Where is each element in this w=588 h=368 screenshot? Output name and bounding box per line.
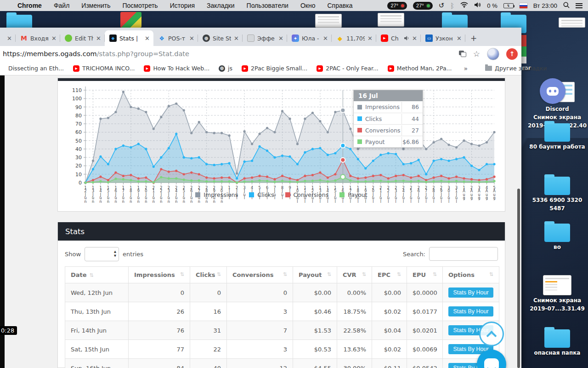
bookmark-item[interactable]: ▶2PAC - Only Fear...	[312, 65, 383, 72]
browser-tab[interactable]: я✕	[0, 30, 16, 46]
desktop-icon-discord[interactable]: DiscordСнимок экрана2019-06...22.22.40	[523, 78, 588, 129]
svg-text:22Jul: 22Jul	[387, 186, 390, 204]
stats-by-hour-button[interactable]: Stats By Hour	[448, 306, 493, 316]
volume-icon[interactable]	[474, 2, 481, 9]
svg-text:19Jul: 19Jul	[364, 186, 367, 204]
table-row: Thu, 13th Jun26163$0.4618.75%$0.02$0.017…	[65, 302, 499, 321]
menu-item[interactable]: Закладки	[207, 2, 235, 9]
menu-item[interactable]: Посмотреть	[122, 2, 158, 9]
browser-tab[interactable]: ▶Ch✕	[376, 30, 421, 46]
column-header-epc[interactable]: EPC⇅	[372, 267, 407, 283]
tab-close-icon[interactable]: ✕	[7, 35, 12, 42]
menu-item[interactable]: История	[170, 2, 195, 9]
column-header-options[interactable]: Options⇅	[443, 267, 499, 283]
browser-tab[interactable]: MВходя✕	[16, 30, 60, 46]
temp-widget-2[interactable]: 27°	[413, 2, 433, 10]
browser-tab[interactable]: ⊕Site St✕	[198, 30, 243, 46]
bookmark-item[interactable]: ▶Method Man, 2Pa...	[383, 65, 457, 72]
search-label: Search:	[403, 251, 425, 258]
menu-item[interactable]: Окно	[300, 2, 316, 9]
cell-value: $0.46	[293, 302, 337, 321]
menu-item[interactable]: Пользователи	[247, 2, 288, 9]
browser-tab[interactable]: Edit Th✕	[60, 30, 105, 46]
desktop-rar-icon[interactable]	[521, 35, 526, 63]
other-bookmarks-button[interactable]: Другие закладки	[481, 65, 551, 72]
browser-tab[interactable]: ◆11,709✕	[332, 30, 376, 46]
menu-item[interactable]: Справка	[328, 2, 353, 9]
tab-close-icon[interactable]: ✕	[278, 35, 283, 42]
cell-value: 16	[190, 302, 227, 321]
tab-title: Site St	[213, 35, 231, 42]
column-header-date[interactable]: Date⇅	[65, 267, 129, 283]
browser-tab[interactable]: ❖POS-т✕	[153, 30, 198, 46]
desktop-icon-folder[interactable]: во	[523, 224, 588, 250]
bookmark-item[interactable]: ⊕js	[214, 65, 237, 72]
browser-tab[interactable]: ✦Юла -✕	[287, 30, 332, 46]
stats-chart[interactable]: 010203040506070809010011012Jun13Jun14Jun…	[58, 81, 505, 211]
spotlight-icon[interactable]	[563, 2, 570, 10]
browser-tab[interactable]: ◆Stats |✕	[105, 30, 153, 46]
svg-text:24Jul: 24Jul	[402, 186, 405, 204]
scroll-to-top-button[interactable]	[479, 322, 504, 346]
desktop-icon-folder[interactable]: 5336 6900 33205487	[523, 177, 588, 212]
tab-close-icon[interactable]: ✕	[368, 35, 373, 42]
tab-close-icon[interactable]: ✕	[51, 35, 57, 42]
translate-icon[interactable]	[459, 51, 466, 57]
browser-tab[interactable]: ▭Узкон✕	[421, 30, 465, 46]
bookmark-item[interactable]: ▶How To Hack Web...	[139, 65, 214, 72]
stats-by-hour-button[interactable]: Stats By Hour	[448, 288, 493, 298]
battery-icon[interactable]: ↯	[503, 3, 514, 8]
menu-item[interactable]: Файл	[54, 2, 69, 9]
column-header-cvr[interactable]: CVR⇅	[337, 267, 372, 283]
profile-avatar[interactable]	[487, 48, 499, 60]
desktop-icon-folder[interactable]: опасная папка	[523, 329, 588, 356]
tab-audio-icon[interactable]	[404, 35, 409, 41]
desktop-window-thumb-2[interactable]	[378, 13, 404, 27]
keyboard-layout-flag[interactable]	[520, 3, 527, 8]
tab-close-icon[interactable]: ✕	[457, 35, 462, 42]
search-input[interactable]	[429, 247, 498, 261]
temp-widget-1[interactable]: 27°	[387, 2, 407, 10]
svg-text:30Jul: 30Jul	[448, 186, 450, 204]
svg-text:16Jun: 16Jun	[114, 186, 117, 204]
toolbar: https://members.ogads.com/stats.php?grou…	[0, 46, 521, 62]
column-header-clicks[interactable]: Clicks⇅	[190, 267, 227, 283]
column-header-epu[interactable]: EPU⇅	[407, 267, 443, 283]
table-header-row: Date⇅Impressions⇅Clicks⇅Conversions⇅Payo…	[65, 267, 499, 283]
tab-close-icon[interactable]: ✕	[323, 35, 328, 42]
active-app-name[interactable]: Chrome	[17, 2, 42, 9]
entries-select[interactable]: ▲▼	[85, 247, 119, 261]
address-bar[interactable]: https://members.ogads.com/stats.php?grou…	[0, 50, 189, 58]
menu-item[interactable]: Изменить	[81, 2, 110, 9]
bookmark-item[interactable]: ▶2Pac Biggie Small...	[237, 65, 312, 72]
tooltip-value: 44	[401, 114, 423, 124]
tooltip-date: 16 Jul	[354, 90, 423, 101]
chrome-update-badge[interactable]: ↑	[506, 48, 518, 60]
bookmark-star-icon[interactable]: ☆	[473, 49, 480, 58]
column-header-payout[interactable]: Payout⇅	[293, 267, 337, 283]
menu-bar-clock[interactable]: Вт 23:00	[533, 2, 557, 9]
desktop-window-thumb-1[interactable]	[315, 14, 342, 28]
new-tab-button[interactable]: +	[467, 32, 480, 45]
browser-tab[interactable]: Эффе✕	[243, 30, 287, 46]
bookmark-item[interactable]: Dissecting an Eth...	[4, 65, 68, 72]
sort-icon: ⇅	[217, 271, 221, 277]
page-scrollbar[interactable]	[517, 189, 520, 368]
time-machine-icon[interactable]: ↺	[439, 1, 445, 10]
desktop-icon-screenshot[interactable]: Снимок экрана2019-07...3.31.49	[523, 275, 588, 312]
desktop-gift-icon[interactable]	[120, 12, 141, 28]
bookmark-item[interactable]: ▶TRICHOMA INCO...	[68, 65, 139, 72]
tab-close-icon[interactable]: ✕	[189, 35, 194, 42]
bookmarks-overflow-chevron[interactable]: »	[460, 65, 472, 72]
tab-close-icon[interactable]: ✕	[96, 35, 101, 42]
desktop-window-thumb-3[interactable]	[559, 17, 585, 28]
desktop-icon-folder[interactable]: 80 баунти работа	[523, 123, 588, 150]
wifi-icon[interactable]	[460, 2, 468, 9]
tab-close-icon[interactable]: ✕	[145, 35, 150, 42]
column-header-conversions[interactable]: Conversions⇅	[227, 267, 293, 283]
tab-close-icon[interactable]: ✕	[234, 35, 239, 42]
bluetooth-icon[interactable]: ᛒ	[450, 2, 454, 10]
notification-center-icon[interactable]	[576, 3, 582, 8]
tab-close-icon[interactable]: ✕	[412, 35, 417, 42]
column-header-impressions[interactable]: Impressions⇅	[129, 267, 190, 283]
